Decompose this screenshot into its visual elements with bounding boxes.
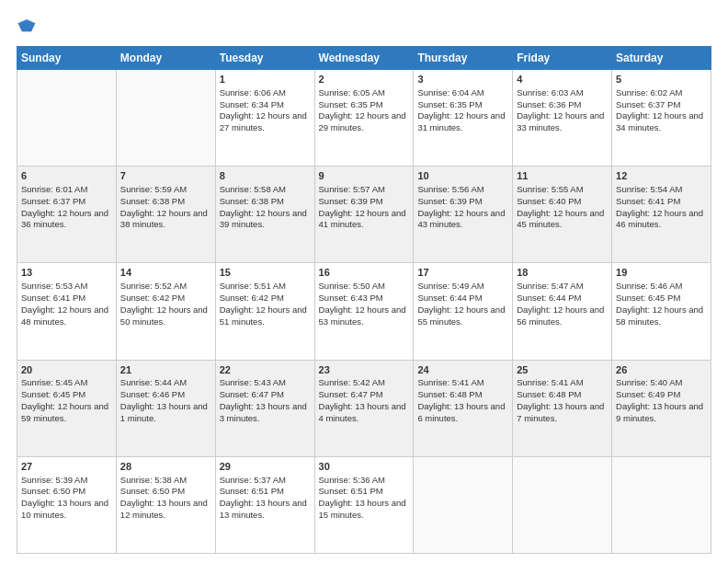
page: SundayMondayTuesdayWednesdayThursdayFrid… <box>0 0 728 563</box>
day-header-tuesday: Tuesday <box>215 47 314 70</box>
daylight-text: Daylight: 12 hours and 51 minutes. <box>220 304 311 328</box>
day-number: 6 <box>21 169 112 183</box>
daylight-text: Daylight: 12 hours and 29 minutes. <box>319 110 410 134</box>
day-cell: 5Sunrise: 6:02 AMSunset: 6:37 PMDaylight… <box>612 70 711 167</box>
day-number: 8 <box>220 169 311 183</box>
sunset-text: Sunset: 6:51 PM <box>220 486 311 498</box>
day-cell: 15Sunrise: 5:51 AMSunset: 6:42 PMDayligh… <box>215 263 314 360</box>
day-number: 25 <box>517 363 608 377</box>
sunset-text: Sunset: 6:44 PM <box>517 293 608 304</box>
sunset-text: Sunset: 6:43 PM <box>319 293 410 304</box>
daylight-text: Daylight: 12 hours and 46 minutes. <box>616 208 707 232</box>
sunset-text: Sunset: 6:44 PM <box>417 293 508 304</box>
sunrise-text: Sunrise: 6:05 AM <box>319 87 410 99</box>
day-number: 13 <box>21 266 112 280</box>
day-cell: 30Sunrise: 5:36 AMSunset: 6:51 PMDayligh… <box>314 456 414 553</box>
sunrise-text: Sunrise: 5:53 AM <box>21 281 112 293</box>
sunset-text: Sunset: 6:36 PM <box>517 99 608 111</box>
day-number: 26 <box>616 363 707 377</box>
sunrise-text: Sunrise: 5:36 AM <box>319 475 410 487</box>
day-header-sunday: Sunday <box>17 47 117 70</box>
day-number: 28 <box>120 460 211 474</box>
daylight-text: Daylight: 12 hours and 38 minutes. <box>120 208 211 232</box>
day-cell: 20Sunrise: 5:45 AMSunset: 6:45 PMDayligh… <box>17 360 117 456</box>
day-cell: 18Sunrise: 5:47 AMSunset: 6:44 PMDayligh… <box>513 263 612 360</box>
day-number: 18 <box>517 266 608 280</box>
sunrise-text: Sunrise: 5:49 AM <box>417 281 508 293</box>
day-cell: 3Sunrise: 6:04 AMSunset: 6:35 PMDaylight… <box>414 70 513 167</box>
daylight-text: Daylight: 12 hours and 53 minutes. <box>319 304 410 328</box>
day-cell: 11Sunrise: 5:55 AMSunset: 6:40 PMDayligh… <box>513 167 612 263</box>
day-cell: 21Sunrise: 5:44 AMSunset: 6:46 PMDayligh… <box>116 360 215 456</box>
day-number: 5 <box>616 73 707 86</box>
daylight-text: Daylight: 13 hours and 7 minutes. <box>517 401 608 425</box>
week-row-5: 27Sunrise: 5:39 AMSunset: 6:50 PMDayligh… <box>17 456 711 553</box>
day-number: 30 <box>319 460 410 474</box>
day-cell <box>513 456 612 553</box>
sunset-text: Sunset: 6:37 PM <box>616 99 707 111</box>
day-number: 3 <box>417 73 508 86</box>
sunrise-text: Sunrise: 5:40 AM <box>616 377 707 389</box>
day-cell: 17Sunrise: 5:49 AMSunset: 6:44 PMDayligh… <box>414 263 513 360</box>
sunrise-text: Sunrise: 5:54 AM <box>616 184 707 196</box>
sunset-text: Sunset: 6:38 PM <box>120 196 211 208</box>
daylight-text: Daylight: 13 hours and 15 minutes. <box>319 498 410 522</box>
sunrise-text: Sunrise: 5:57 AM <box>319 184 410 196</box>
daylight-text: Daylight: 13 hours and 13 minutes. <box>220 498 311 522</box>
sunrise-text: Sunrise: 5:44 AM <box>120 377 211 389</box>
sunset-text: Sunset: 6:35 PM <box>417 99 508 111</box>
daylight-text: Daylight: 12 hours and 55 minutes. <box>417 304 508 328</box>
sunset-text: Sunset: 6:47 PM <box>319 389 410 401</box>
sunset-text: Sunset: 6:48 PM <box>417 389 508 401</box>
sunrise-text: Sunrise: 5:50 AM <box>319 281 410 293</box>
day-cell: 16Sunrise: 5:50 AMSunset: 6:43 PMDayligh… <box>314 263 414 360</box>
daylight-text: Daylight: 13 hours and 3 minutes. <box>220 401 311 425</box>
sunrise-text: Sunrise: 5:38 AM <box>120 475 211 487</box>
day-header-row: SundayMondayTuesdayWednesdayThursdayFrid… <box>17 47 711 70</box>
day-number: 21 <box>120 363 211 377</box>
daylight-text: Daylight: 12 hours and 43 minutes. <box>417 208 508 232</box>
day-number: 14 <box>120 266 211 280</box>
day-cell: 4Sunrise: 6:03 AMSunset: 6:36 PMDaylight… <box>513 70 612 167</box>
day-number: 23 <box>319 363 410 377</box>
day-number: 24 <box>417 363 508 377</box>
daylight-text: Daylight: 12 hours and 33 minutes. <box>517 110 608 134</box>
day-cell: 29Sunrise: 5:37 AMSunset: 6:51 PMDayligh… <box>215 456 314 553</box>
day-number: 12 <box>616 169 707 183</box>
day-header-thursday: Thursday <box>414 47 513 70</box>
day-number: 19 <box>616 266 707 280</box>
day-number: 20 <box>21 363 112 377</box>
sunrise-text: Sunrise: 5:55 AM <box>517 184 608 196</box>
calendar-table: SundayMondayTuesdayWednesdayThursdayFrid… <box>17 46 711 554</box>
week-row-1: 1Sunrise: 6:06 AMSunset: 6:34 PMDaylight… <box>17 70 711 167</box>
day-header-wednesday: Wednesday <box>314 47 414 70</box>
day-cell: 8Sunrise: 5:58 AMSunset: 6:38 PMDaylight… <box>215 167 314 263</box>
daylight-text: Daylight: 13 hours and 9 minutes. <box>616 401 707 425</box>
sunrise-text: Sunrise: 5:52 AM <box>120 281 211 293</box>
sunrise-text: Sunrise: 5:47 AM <box>517 281 608 293</box>
daylight-text: Daylight: 13 hours and 4 minutes. <box>319 401 410 425</box>
sunset-text: Sunset: 6:50 PM <box>120 486 211 498</box>
day-number: 29 <box>220 460 311 474</box>
day-cell: 23Sunrise: 5:42 AMSunset: 6:47 PMDayligh… <box>314 360 414 456</box>
sunrise-text: Sunrise: 5:51 AM <box>220 281 311 293</box>
sunrise-text: Sunrise: 6:02 AM <box>616 87 707 99</box>
sunrise-text: Sunrise: 5:39 AM <box>21 475 112 487</box>
daylight-text: Daylight: 12 hours and 41 minutes. <box>319 208 410 232</box>
day-cell: 13Sunrise: 5:53 AMSunset: 6:41 PMDayligh… <box>17 263 117 360</box>
day-cell <box>414 456 513 553</box>
daylight-text: Daylight: 12 hours and 31 minutes. <box>417 110 508 134</box>
daylight-text: Daylight: 13 hours and 1 minute. <box>120 401 211 425</box>
sunset-text: Sunset: 6:41 PM <box>616 196 707 208</box>
day-number: 9 <box>319 169 410 183</box>
daylight-text: Daylight: 12 hours and 34 minutes. <box>616 110 707 134</box>
week-row-3: 13Sunrise: 5:53 AMSunset: 6:41 PMDayligh… <box>17 263 711 360</box>
sunrise-text: Sunrise: 6:06 AM <box>220 87 311 99</box>
day-cell: 12Sunrise: 5:54 AMSunset: 6:41 PMDayligh… <box>612 167 711 263</box>
day-cell <box>612 456 711 553</box>
week-row-4: 20Sunrise: 5:45 AMSunset: 6:45 PMDayligh… <box>17 360 711 456</box>
sunrise-text: Sunrise: 5:59 AM <box>120 184 211 196</box>
day-cell: 27Sunrise: 5:39 AMSunset: 6:50 PMDayligh… <box>17 456 117 553</box>
sunrise-text: Sunrise: 6:01 AM <box>21 184 112 196</box>
daylight-text: Daylight: 12 hours and 45 minutes. <box>517 208 608 232</box>
